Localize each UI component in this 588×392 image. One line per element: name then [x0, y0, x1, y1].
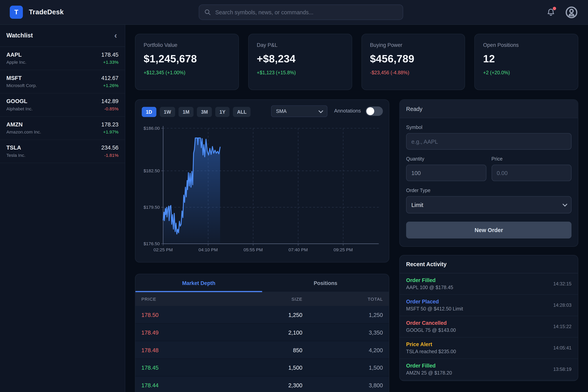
order-type-label: Order Type	[406, 188, 572, 193]
depth-row[interactable]: 178.488504,200	[136, 341, 389, 359]
svg-text:05:55 PM: 05:55 PM	[244, 247, 263, 252]
depth-size: 850	[222, 347, 302, 353]
column-header-total: TOTAL	[302, 296, 383, 302]
order-status: Ready	[400, 100, 578, 118]
watchlist-items: AAPLApple Inc.178.45+1.33%MSFTMicrosoft …	[0, 47, 125, 163]
depth-price: 178.45	[141, 364, 222, 371]
activity-item[interactable]: Order FilledAMZN 25 @ $178.2013:58:19	[400, 359, 578, 380]
stat-card-buying-power: Buying Power$456,789-$23,456 (-4.88%)	[361, 34, 465, 90]
symbol-label: TSLA	[6, 144, 26, 151]
watchlist-row-tsla[interactable]: TSLATesla Inc.234.56-1.81%	[0, 140, 125, 163]
quantity-input[interactable]	[406, 165, 486, 181]
stat-value: $1,245,678	[144, 53, 230, 65]
stat-label: Day P&L	[257, 42, 343, 48]
tab-market-depth[interactable]: Market Depth	[136, 274, 262, 292]
watchlist-header: Watchlist ‹	[0, 24, 125, 47]
svg-text:04:10 PM: 04:10 PM	[198, 247, 218, 252]
new-order-button[interactable]: New Order	[406, 222, 572, 238]
collapse-sidebar-button[interactable]: ‹	[113, 31, 118, 40]
activity-detail: MSFT 50 @ $412.50 Limit	[406, 306, 572, 312]
activity-item[interactable]: Order CancelledGOOGL 75 @ $143.0014:15:2…	[400, 316, 578, 338]
price-chart[interactable]: $186.00$182.50$179.50$176.5002:25 PM04:1…	[142, 123, 382, 256]
watchlist-row-left: AAPLApple Inc.	[6, 51, 26, 65]
top-bar: T TradeDesk	[0, 0, 588, 25]
depth-price: 178.44	[141, 382, 222, 388]
price-chart-card: 1D1W1M3M1YALL SMA Annotations $186.00$18…	[135, 99, 389, 262]
indicator-select[interactable]: SMA	[271, 106, 327, 117]
watchlist-row-amzn[interactable]: AMZNAmazon.com Inc.178.23+1.97%	[0, 116, 125, 140]
price-value: 412.67	[101, 75, 118, 81]
column-header-size: SIZE	[222, 296, 302, 302]
stat-value: 12	[483, 53, 570, 65]
timeframe-button-1m[interactable]: 1M	[178, 106, 194, 117]
timeframe-button-all[interactable]: ALL	[233, 106, 250, 117]
activity-item[interactable]: Order PlacedMSFT 50 @ $412.50 Limit14:28…	[400, 295, 578, 316]
stat-delta: +$1,123 (+15.8%)	[257, 70, 343, 76]
depth-row[interactable]: 178.501,2501,250	[136, 306, 389, 324]
watchlist-row-aapl[interactable]: AAPLApple Inc.178.45+1.33%	[0, 47, 125, 70]
depth-row[interactable]: 178.451,5001,500	[136, 359, 389, 376]
watchlist-row-right: 142.89-0.85%	[101, 98, 118, 111]
svg-text:$182.50: $182.50	[144, 168, 160, 173]
tab-positions[interactable]: Positions	[262, 274, 389, 292]
svg-text:07:40 PM: 07:40 PM	[288, 247, 308, 252]
notifications-button[interactable]	[546, 7, 556, 17]
watchlist-row-googl[interactable]: GOOGLAlphabet Inc.142.89-0.85%	[0, 93, 125, 116]
app-logo[interactable]: T	[10, 6, 23, 19]
depth-size: 1,500	[222, 364, 302, 371]
depth-row[interactable]: 178.492,1003,350	[136, 324, 389, 341]
stat-card-day-p-l: Day P&L+$8,234+$1,123 (+15.8%)	[248, 34, 352, 90]
depth-price: 178.50	[141, 312, 222, 318]
depth-price: 178.49	[141, 329, 222, 336]
activity-item[interactable]: Order FilledAAPL 100 @ $178.4514:32:15	[400, 274, 578, 295]
price-value: 142.89	[101, 98, 118, 104]
app-title: TradeDesk	[29, 8, 64, 16]
timeframe-group: 1D1W1M3M1YALL	[142, 106, 254, 117]
global-search[interactable]	[199, 4, 403, 20]
activity-item[interactable]: Price AlertTSLA reached $235.0014:05:41	[400, 338, 578, 359]
svg-text:$179.50: $179.50	[144, 204, 160, 210]
activity-title: Price Alert	[406, 341, 572, 347]
watchlist-row-left: AMZNAmazon.com Inc.	[6, 121, 41, 135]
stat-card-portfolio-value: Portfolio Value$1,245,678+$12,345 (+1.00…	[135, 34, 239, 90]
order-type-select[interactable]: Limit	[406, 196, 572, 214]
stat-value: +$8,234	[257, 53, 343, 65]
depth-total: 4,200	[302, 347, 383, 353]
depth-row[interactable]: 178.442,3003,800	[136, 376, 389, 392]
activity-title: Order Placed	[406, 298, 572, 304]
stat-label: Buying Power	[370, 42, 456, 48]
indicator-select-value: SMA	[276, 108, 286, 114]
annotations-label: Annotations	[334, 108, 361, 114]
search-input[interactable]	[214, 8, 398, 16]
stat-delta: -$23,456 (-4.88%)	[370, 70, 456, 76]
activity-title: Order Cancelled	[406, 320, 572, 326]
timeframe-button-1d[interactable]: 1D	[142, 106, 156, 117]
depth-table-body: 178.501,2501,250178.492,1003,350178.4885…	[136, 306, 389, 392]
depth-total: 3,800	[302, 382, 383, 388]
timeframe-button-1y[interactable]: 1Y	[216, 106, 230, 117]
chart-controls: 1D1W1M3M1YALL SMA Annotations	[142, 106, 382, 117]
user-avatar-icon	[565, 6, 578, 19]
activity-item[interactable]: Order PlacedNVDA 30 @ $875.00 Limit13:42…	[400, 380, 578, 381]
order-form: Symbol Quantity Price Order Type Limit	[400, 118, 578, 245]
timeframe-button-1w[interactable]: 1W	[160, 106, 175, 117]
svg-text:$186.00: $186.00	[144, 126, 160, 131]
depth-total: 3,350	[302, 329, 383, 336]
watchlist-row-msft[interactable]: MSFTMicrosoft Corp.412.67+1.26%	[0, 70, 125, 94]
svg-text:$176.50: $176.50	[144, 241, 160, 246]
symbol-label: Symbol	[406, 124, 572, 130]
depth-tabs: Market DepthPositions	[136, 274, 389, 292]
stats-row: Portfolio Value$1,245,678+$12,345 (+1.00…	[135, 34, 578, 90]
price-input[interactable]	[491, 165, 571, 181]
watchlist-row-left: GOOGLAlphabet Inc.	[6, 98, 33, 111]
timeframe-button-3m[interactable]: 3M	[197, 106, 212, 117]
company-label: Alphabet Inc.	[6, 106, 33, 111]
activity-time: 14:05:41	[553, 345, 572, 351]
recent-activity-title: Recent Activity	[400, 256, 578, 274]
symbol-input[interactable]	[406, 133, 572, 150]
trading-dashboard: T TradeDesk	[0, 0, 588, 392]
annotations-toggle[interactable]	[366, 106, 383, 116]
user-avatar-button[interactable]	[565, 6, 578, 19]
order-type-value: Limit	[412, 202, 423, 208]
activity-detail: AAPL 100 @ $178.45	[406, 284, 572, 290]
